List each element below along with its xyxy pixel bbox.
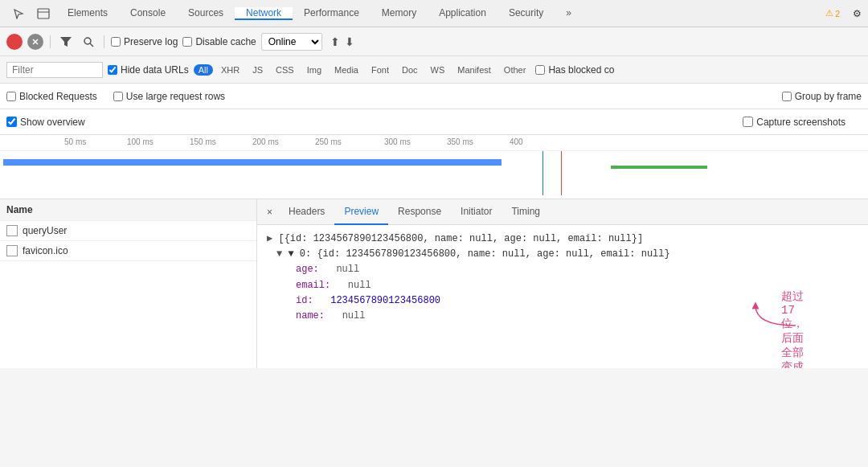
filter-tag-css[interactable]: CSS — [271, 64, 299, 76]
tab-preview[interactable]: Preview — [334, 199, 388, 225]
tick-150ms: 150 ms — [190, 137, 216, 146]
filter-tag-all[interactable]: All — [194, 64, 213, 76]
tab-more[interactable]: » — [555, 7, 583, 20]
group-by-frame-input[interactable] — [782, 92, 792, 101]
search-button[interactable] — [80, 35, 97, 49]
json-line-2: ▼ ▼ 0: {id: 1234567890123456800, name: n… — [267, 247, 858, 262]
blocked-requests-option[interactable]: Blocked Requests — [6, 91, 97, 102]
filter-tag-img[interactable]: Img — [302, 64, 326, 76]
tab-response[interactable]: Response — [388, 199, 451, 225]
capture-screenshots-input[interactable] — [743, 117, 753, 127]
tab-initiator[interactable]: Initiator — [451, 199, 502, 225]
hide-data-urls-input[interactable] — [108, 65, 117, 75]
hide-data-urls-label: Hide data URLs — [121, 64, 189, 76]
expand-icon-2[interactable]: ▼ — [276, 248, 282, 260]
large-rows-label: Use large request rows — [126, 91, 225, 102]
tab-memory[interactable]: Memory — [371, 7, 428, 20]
show-overview-option[interactable]: Show overview — [6, 117, 85, 128]
tab-security[interactable]: Security — [497, 7, 555, 20]
warning-badge[interactable]: ⚠ 2 — [819, 8, 846, 18]
download-icon[interactable]: ⬇ — [345, 35, 354, 48]
json-key-name: name: — [296, 310, 325, 322]
tick-50ms: 50 ms — [64, 137, 86, 146]
show-overview-input[interactable] — [6, 117, 17, 127]
options-row-1: Blocked Requests Use large request rows … — [0, 84, 868, 109]
group-by-frame-option[interactable]: Group by frame — [782, 91, 862, 102]
json-val-age: null — [336, 264, 359, 275]
json-line-1: ▶ [{id: 1234567890123456800, name: null,… — [267, 231, 858, 247]
file-icon-favicon — [6, 245, 18, 256]
divider-1 — [50, 35, 51, 48]
list-item-queryuser[interactable]: queryUser — [0, 221, 256, 241]
list-item-favicon[interactable]: favicon.ico — [0, 241, 256, 261]
tab-headers[interactable]: Headers — [279, 199, 334, 225]
filter-tag-manifest[interactable]: Manifest — [452, 64, 496, 76]
preserve-log-input[interactable] — [111, 37, 121, 47]
svg-marker-4 — [60, 37, 72, 47]
capture-screenshots-option[interactable]: Capture screenshots — [743, 117, 845, 128]
record-button[interactable] — [6, 34, 23, 50]
blocked-requests-label: Blocked Requests — [19, 91, 97, 102]
detail-content: ▶ [{id: 1234567890123456800, name: null,… — [257, 225, 868, 368]
cursor-icon[interactable] — [6, 8, 31, 19]
clear-button[interactable] — [27, 34, 43, 50]
filter-tag-font[interactable]: Font — [366, 64, 394, 76]
svg-point-5 — [84, 38, 91, 44]
tab-application[interactable]: Application — [428, 7, 497, 20]
timeline-ruler: 50 ms 100 ms 150 ms 200 ms 250 ms 300 ms… — [0, 135, 868, 151]
disable-cache-checkbox[interactable]: Disable cache — [182, 36, 256, 47]
filter-tags: All XHR JS CSS Img Media Font Doc WS Man… — [194, 64, 531, 76]
annotation-text: 超过17位，后面全部变成了0 — [781, 290, 804, 368]
filter-tag-xhr[interactable]: XHR — [216, 64, 244, 76]
timeline-chart — [0, 151, 868, 199]
capture-screenshots-label: Capture screenshots — [756, 117, 845, 128]
settings-button[interactable]: ⚙ — [846, 8, 868, 19]
large-rows-input[interactable] — [113, 92, 123, 101]
has-blocked-checkbox[interactable]: Has blocked co — [535, 64, 614, 76]
tick-300ms: 300 ms — [384, 137, 411, 146]
filter-tag-ws[interactable]: WS — [426, 64, 450, 76]
json-val-name: null — [342, 310, 366, 322]
timeline-vline-red — [561, 151, 562, 195]
disable-cache-input[interactable] — [182, 37, 192, 47]
tab-performance[interactable]: Performance — [293, 7, 371, 20]
filter-row: Hide data URLs All XHR JS CSS Img Media … — [0, 56, 868, 84]
filter-tag-media[interactable]: Media — [330, 64, 363, 76]
filter-tag-other[interactable]: Other — [499, 64, 531, 76]
upload-icon[interactable]: ⬆ — [330, 35, 340, 48]
large-rows-option[interactable]: Use large request rows — [113, 91, 225, 102]
hide-data-urls-checkbox[interactable]: Hide data URLs — [108, 64, 189, 76]
expand-icon-1[interactable]: ▶ — [267, 233, 272, 244]
timeline-bar-green-right — [611, 166, 707, 169]
divider-2 — [104, 35, 104, 48]
blocked-requests-input[interactable] — [6, 92, 16, 101]
filter-tag-js[interactable]: JS — [248, 64, 268, 76]
preserve-log-checkbox[interactable]: Preserve log — [111, 36, 178, 47]
show-overview-label: Show overview — [20, 117, 85, 128]
tick-250ms: 250 ms — [315, 137, 342, 146]
filter-button[interactable] — [57, 35, 75, 48]
tab-timing[interactable]: Timing — [502, 199, 550, 225]
tick-100ms: 100 ms — [127, 137, 154, 146]
file-icon-queryuser — [6, 225, 18, 236]
filter-tag-doc[interactable]: Doc — [397, 64, 423, 76]
filter-input[interactable] — [6, 62, 103, 78]
json-array-summary: [{id: 1234567890123456800, name: null, a… — [278, 233, 643, 244]
throttling-select[interactable]: Online Fast 3G Slow 3G Offline — [261, 33, 322, 51]
gear-icon: ⚙ — [853, 8, 862, 19]
dock-icon[interactable] — [31, 8, 56, 19]
tick-350ms: 350 ms — [447, 137, 473, 146]
filename-favicon: favicon.ico — [23, 245, 68, 256]
warning-count: 2 — [835, 9, 840, 18]
detail-panel: × Headers Preview Response Initiator Tim… — [257, 199, 868, 368]
tick-200ms: 200 ms — [252, 137, 279, 146]
detail-close-button[interactable]: × — [260, 207, 279, 218]
top-tab-bar: Elements Console Sources Network Perform… — [0, 0, 868, 27]
has-blocked-input[interactable] — [535, 65, 545, 75]
tab-network[interactable]: Network — [235, 7, 293, 20]
tab-sources[interactable]: Sources — [177, 7, 235, 20]
tab-console[interactable]: Console — [119, 7, 177, 20]
json-object-summary: ▼ 0: {id: 1234567890123456800, name: nul… — [288, 248, 669, 260]
tab-elements[interactable]: Elements — [56, 7, 119, 20]
overview-row: Show overview Capture screenshots — [0, 109, 868, 135]
